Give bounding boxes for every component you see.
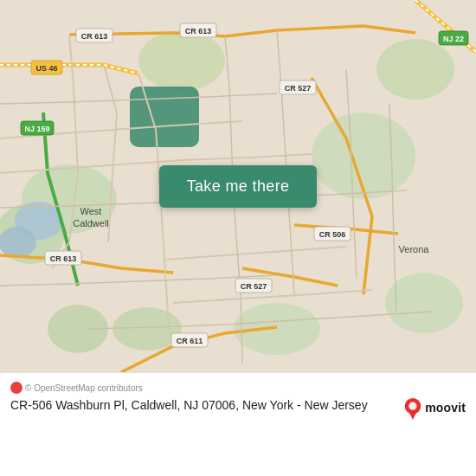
moovit-logo: moovit	[403, 397, 466, 420]
take-me-there-overlay: Take me there	[0, 0, 476, 372]
moovit-pin-icon	[403, 397, 422, 420]
moovit-brand-text: moovit	[425, 400, 466, 417]
app: CR 613 CR 613 US 46 NJ 159 NJ 22 CR 527 …	[0, 0, 476, 476]
svg-marker-37	[408, 410, 418, 420]
osm-attribution: © OpenStreetMap contributors	[10, 382, 466, 394]
address-text: CR-506 Washburn Pl, Caldwell, NJ 07006, …	[10, 397, 395, 415]
osm-attribution-text: © OpenStreetMap contributors	[25, 383, 143, 393]
take-me-there-button[interactable]: Take me there	[159, 165, 318, 208]
info-bar: © OpenStreetMap contributors CR-506 Wash…	[0, 372, 476, 476]
address-line: CR-506 Washburn Pl, Caldwell, NJ 07006, …	[10, 397, 466, 420]
svg-point-38	[409, 402, 417, 410]
map-container: CR 613 CR 613 US 46 NJ 159 NJ 22 CR 527 …	[0, 0, 476, 372]
osm-logo-icon	[10, 382, 23, 394]
